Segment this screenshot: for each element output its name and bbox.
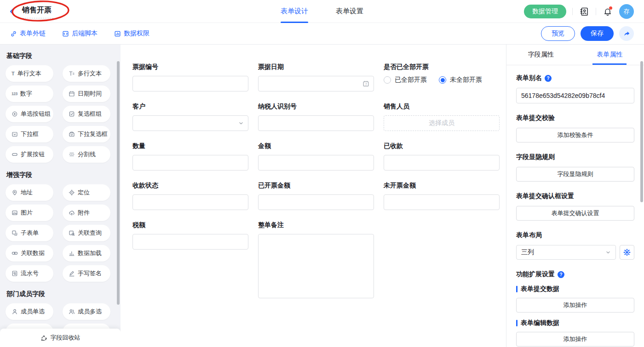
submit-confirm-button[interactable]: 表单提交确认设置	[516, 206, 634, 221]
uninvoiced-amount-input[interactable]	[384, 194, 500, 210]
form-field-uninvoiced-amount[interactable]: 未开票金额	[384, 182, 500, 210]
field-type-select[interactable]: 下拉框	[6, 126, 53, 142]
member-multi-icon	[69, 308, 75, 315]
field-type-single-text[interactable]: T 单行文本	[6, 65, 53, 82]
layout-select[interactable]: 三列	[516, 245, 616, 260]
field-type-locate[interactable]: 定位	[63, 184, 110, 201]
form-field-amount[interactable]: 金额	[258, 142, 374, 171]
payment-status-input[interactable]	[132, 194, 248, 210]
remark-textarea[interactable]	[258, 234, 374, 298]
help-icon[interactable]: ?	[545, 75, 552, 82]
member-picker[interactable]: 选择成员	[384, 115, 500, 131]
page-title[interactable]: 销售开票	[20, 5, 53, 18]
divider-icon	[69, 151, 75, 158]
form-field-received[interactable]: 已收款	[384, 142, 500, 171]
header-tabs: 表单设计 表单设置	[281, 0, 363, 23]
form-alias-input[interactable]	[516, 88, 634, 103]
form-field-taxpayer-id[interactable]: 纳税人识别号	[258, 102, 374, 131]
field-type-attachment[interactable]: 附件	[63, 205, 110, 221]
submit-validation-section: 表单提交校验 添加校验条件	[516, 114, 634, 142]
field-library-sidebar: 基础字段 T 单行文本 多行文本 123 数字 日期时间	[0, 45, 121, 347]
add-edit-action-button[interactable]: 添加操作	[516, 332, 634, 347]
backend-script-link[interactable]: 后端脚本	[62, 29, 98, 38]
form-field-remark[interactable]: 整单备注	[258, 221, 374, 298]
field-type-signature[interactable]: 手写签名	[63, 265, 110, 282]
layout-settings-button[interactable]	[620, 245, 634, 260]
form-external-link[interactable]: 表单外链	[10, 29, 46, 38]
customer-select[interactable]	[132, 115, 248, 131]
field-type-multi-text[interactable]: 多行文本	[63, 65, 110, 82]
member-single-icon	[12, 308, 18, 315]
taxpayer-id-input[interactable]	[258, 115, 374, 131]
section-title-basic-fields: 基础字段	[6, 52, 121, 60]
field-type-serial-number[interactable]: 流水号	[6, 265, 53, 282]
back-icon[interactable]	[8, 7, 17, 16]
field-type-address[interactable]: 地址	[6, 184, 53, 201]
attachment-icon	[69, 210, 75, 216]
tab-field-properties[interactable]: 字段属性	[506, 45, 575, 65]
signature-icon	[69, 270, 75, 277]
amount-input[interactable]	[258, 155, 374, 171]
form-field-bill-date[interactable]: 票据日期 7	[258, 63, 374, 91]
add-submit-action-button[interactable]: 添加操作	[516, 298, 634, 313]
visibility-rules-button[interactable]: 字段显隐规则	[516, 167, 634, 182]
form-field-customer[interactable]: 客户	[132, 102, 248, 131]
bill-date-input[interactable]: 7	[258, 76, 374, 91]
form-field-sales-person[interactable]: 销售人员 选择成员	[384, 102, 500, 131]
tab-form-settings[interactable]: 表单设置	[336, 0, 363, 23]
form-field-quantity[interactable]: 数量	[132, 142, 248, 171]
submit-data-group-label: 表单提交数据	[516, 285, 634, 293]
field-type-radio-group[interactable]: 单选按钮组	[6, 106, 53, 122]
avatar[interactable]: 存	[619, 4, 634, 19]
field-type-related-query[interactable]: 关联查询	[63, 225, 110, 241]
form-field-payment-status[interactable]: 收款状态	[132, 182, 248, 210]
tab-form-design[interactable]: 表单设计	[281, 0, 308, 23]
panel-scrollbar[interactable]	[640, 61, 643, 202]
data-permission-link[interactable]: 数据权限	[114, 29, 150, 38]
radio-group-icon	[12, 111, 18, 117]
form-field-bill-no[interactable]: 票据编号	[132, 63, 248, 91]
radio-option-all-invoiced[interactable]: 已全部开票	[384, 76, 427, 84]
field-type-related-data[interactable]: 关联数据	[6, 245, 53, 262]
form-field-tax[interactable]: 税额	[132, 221, 248, 250]
field-type-member-multi[interactable]: 成员多选	[63, 303, 110, 320]
radio-option-not-all-invoiced[interactable]: 未全部开票	[439, 76, 482, 84]
sidebar-scrollbar[interactable]	[117, 61, 120, 305]
invoiced-amount-input[interactable]	[258, 194, 374, 210]
tax-input[interactable]	[132, 234, 248, 250]
field-type-number[interactable]: 123 数字	[6, 85, 53, 102]
form-alias-section: 表单别名 ?	[516, 74, 634, 103]
share-icon	[623, 30, 630, 37]
field-type-extend-button[interactable]: 扩展按钮	[6, 146, 53, 163]
radio-checked-icon	[439, 76, 446, 84]
form-field-fully-invoiced[interactable]: 是否已全部开票 已全部开票 未全部开票	[384, 63, 500, 84]
image-icon	[12, 210, 18, 216]
help-icon[interactable]: ?	[558, 271, 564, 278]
bill-no-input[interactable]	[132, 76, 248, 91]
data-manage-button[interactable]: 数据管理	[524, 5, 566, 18]
field-type-datetime[interactable]: 日期时间	[63, 85, 110, 102]
contacts-icon[interactable]	[579, 6, 590, 17]
data-load-icon	[69, 250, 75, 256]
field-type-subform[interactable]: 子表单	[6, 225, 53, 241]
notification-dot	[609, 6, 612, 10]
add-validation-button[interactable]: 添加校验条件	[516, 128, 634, 142]
field-type-multi-select[interactable]: 下拉复选框	[63, 126, 110, 142]
field-recycle-bin[interactable]: 字段回收站	[0, 329, 121, 347]
save-button[interactable]: 保存	[581, 26, 614, 41]
quantity-input[interactable]	[132, 155, 248, 171]
field-type-checkbox-group[interactable]: 复选框组	[63, 106, 110, 122]
field-type-image[interactable]: 图片	[6, 205, 53, 221]
tab-form-properties[interactable]: 表单属性	[575, 45, 644, 65]
share-button[interactable]	[619, 26, 634, 41]
bell-icon[interactable]	[602, 6, 613, 17]
number-icon: 123	[12, 92, 17, 96]
received-input[interactable]	[384, 155, 500, 171]
preview-button[interactable]: 预览	[541, 26, 575, 41]
multi-select-icon	[69, 131, 75, 137]
form-field-invoiced-amount[interactable]: 已开票金额	[258, 182, 374, 210]
field-type-member-single[interactable]: 成员单选	[6, 303, 53, 320]
field-type-data-load[interactable]: 数据加载	[63, 245, 110, 262]
section-title-enhanced-fields: 增强字段	[6, 171, 121, 179]
field-type-divider[interactable]: 分割线	[63, 146, 110, 163]
